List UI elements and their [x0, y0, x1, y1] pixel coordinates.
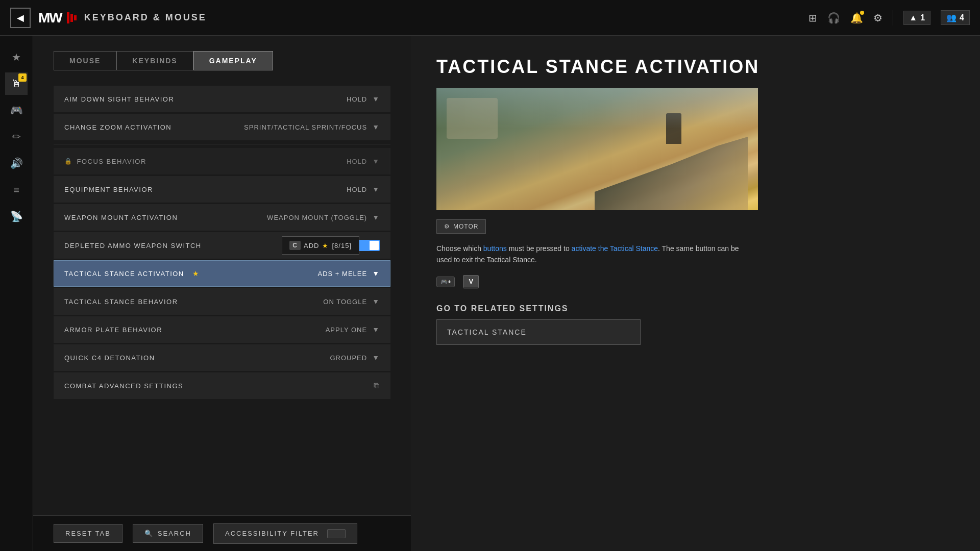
notification-wrapper: 🔔: [850, 12, 863, 24]
desc-part1: Choose which: [436, 244, 483, 253]
chevron-down-icon-mount: ▼: [372, 213, 380, 221]
detail-image-bg: [436, 88, 758, 210]
ammo-toggle[interactable]: [357, 240, 380, 251]
setting-name-weapon-mount: WEAPON MOUNT ACTIVATION: [54, 214, 257, 221]
logo-bar-2: [70, 14, 73, 22]
setting-row-tactical-behavior[interactable]: TACTICAL STANCE BEHAVIOR ON TOGGLE ▼: [54, 288, 390, 315]
setting-row-armor[interactable]: ARMOR PLATE BEHAVIOR APPLY ONE ▼: [54, 316, 390, 343]
logo-area: MW: [38, 10, 77, 26]
setting-value-zoom: SPRINT/TACTICAL SPRINT/FOCUS ▼: [234, 123, 390, 131]
left-panel: MOUSE KEYBINDS GAMEPLAY AIM DOWN SIGHT B…: [33, 36, 411, 551]
tab-keybinds[interactable]: KEYBINDS: [116, 51, 193, 70]
detail-description: Choose which buttons must be pressed to …: [436, 243, 743, 266]
setting-name-zoom: CHANGE ZOOM ACTIVATION: [54, 123, 234, 131]
chevron-down-icon-equip: ▼: [372, 185, 380, 193]
related-section-title: GO TO RELATED SETTINGS: [436, 304, 954, 313]
player-count: 1: [920, 13, 925, 22]
setting-name-tactical-behavior: TACTICAL STANCE BEHAVIOR: [54, 298, 313, 306]
gamepad-icon: 🎮: [10, 104, 23, 116]
logo-bars: [67, 12, 77, 23]
audio-button[interactable]: 🎧: [827, 12, 840, 24]
grid-button[interactable]: ⊞: [808, 12, 817, 24]
sidebar-item-audio[interactable]: 🔊: [5, 152, 28, 174]
setting-row-c4[interactable]: QUICK C4 DETONATION GROUPED ▼: [54, 344, 390, 371]
tooltip-count: [8/15]: [332, 242, 352, 249]
setting-row-combat-advanced[interactable]: COMBAT ADVANCED SETTINGS ⧉: [54, 372, 390, 399]
setting-name-ads: AIM DOWN SIGHT BEHAVIOR: [54, 95, 336, 103]
group-icon: 👥: [946, 13, 957, 22]
sidebar-item-edit[interactable]: ✏: [5, 126, 28, 148]
setting-value-weapon-mount: WEAPON MOUNT (TOGGLE) ▼: [257, 213, 390, 221]
detail-image: [436, 88, 758, 210]
accessibility-toggle[interactable]: [327, 529, 346, 538]
setting-value-ads: HOLD ▼: [336, 95, 390, 103]
tooltip-star: ★: [322, 242, 329, 249]
reset-tab-button[interactable]: RESET TAB: [54, 524, 122, 543]
setting-row-focus[interactable]: 🔒 FOCUS BEHAVIOR HOLD ▼: [54, 148, 390, 174]
sidebar-item-gamepad[interactable]: 🎮: [5, 99, 28, 121]
logo-bar-3: [74, 15, 77, 20]
search-label: SEARCH: [158, 530, 191, 537]
gear-icon: ⚙: [873, 12, 883, 24]
setting-row-ammo[interactable]: DEPLETED AMMO WEAPON SWITCH ON C Add ★ […: [54, 232, 390, 259]
key-cap-v: V: [463, 275, 479, 289]
group-badge[interactable]: 👥 4: [941, 10, 970, 25]
c-key-label: C: [289, 241, 301, 250]
setting-row-equipment[interactable]: EQUIPMENT BEHAVIOR HOLD ▼: [54, 176, 390, 203]
tooltip-add-text: Add: [304, 242, 319, 249]
setting-value-equipment: HOLD ▼: [336, 185, 390, 193]
accessibility-label: ACCESSIBILITY FILTER: [225, 530, 319, 537]
sidebar-item-menu[interactable]: ≡: [5, 179, 28, 201]
player-badge[interactable]: ▲ 1: [903, 11, 930, 25]
notification-dot: [860, 11, 864, 15]
setting-value-ammo: ON C Add ★ [8/15]: [331, 240, 390, 251]
tabs-row: MOUSE KEYBINDS GAMEPLAY: [54, 51, 390, 70]
setting-value-tactical-stance: ADS + MELEE ▼: [308, 269, 390, 278]
sidebar-item-network[interactable]: 📡: [5, 205, 28, 228]
setting-row-zoom[interactable]: CHANGE ZOOM ACTIVATION SPRINT/TACTICAL S…: [54, 114, 390, 140]
topbar: ◀ MW KEYBOARD & MOUSE ⊞ 🎧 🔔 ⚙ ▲ 1: [0, 0, 980, 36]
setting-value-focus: HOLD ▼: [336, 157, 390, 165]
search-icon: 🔍: [144, 530, 154, 537]
tab-gameplay[interactable]: GAMEPLAY: [193, 51, 273, 70]
chevron-down-icon-armor: ▼: [372, 325, 380, 334]
topbar-right: ⊞ 🎧 🔔 ⚙ ▲ 1 👥 4: [808, 10, 970, 26]
setting-row-tactical-stance[interactable]: TACTICAL STANCE ACTIVATION ★ ADS + MELEE…: [54, 260, 390, 287]
external-link-icon: ⧉: [374, 381, 380, 390]
chevron-down-icon: ▼: [372, 95, 380, 103]
group-count: 4: [960, 13, 964, 22]
related-tactical-stance-button[interactable]: TACTICAL STANCE: [436, 319, 641, 345]
setting-row-weapon-mount[interactable]: WEAPON MOUNT ACTIVATION WEAPON MOUNT (TO…: [54, 204, 390, 231]
left-sidebar: ★ 🖱 4 🎮 ✏ 🔊 ≡ 📡: [0, 36, 33, 551]
setting-value-tactical-behavior: ON TOGGLE ▼: [313, 297, 390, 306]
lock-icon: 🔒: [64, 158, 73, 165]
setting-name-tactical-stance: TACTICAL STANCE ACTIVATION ★: [54, 269, 308, 278]
menu-icon: ≡: [13, 184, 19, 196]
sidebar-item-favorites[interactable]: ★: [5, 46, 28, 68]
chevron-down-icon-focus: ▼: [372, 157, 380, 165]
key-cap-v-plus: 🎮+: [436, 277, 455, 287]
add-favorite-tooltip: C Add ★ [8/15]: [282, 236, 359, 255]
search-button[interactable]: 🔍 SEARCH: [133, 524, 203, 543]
setting-value-armor: APPLY ONE ▼: [315, 325, 390, 334]
accessibility-filter-button[interactable]: ACCESSIBILITY FILTER: [213, 523, 357, 544]
network-icon: 📡: [10, 210, 23, 222]
settings-button[interactable]: ⚙: [873, 12, 883, 24]
motor-badge: ⚙ MOTOR: [436, 219, 486, 234]
player-icon: ▲: [909, 13, 917, 22]
back-button[interactable]: ◀: [10, 8, 31, 28]
bottom-bar: RESET TAB 🔍 SEARCH ACCESSIBILITY FILTER: [33, 515, 411, 551]
setting-row-ads[interactable]: AIM DOWN SIGHT BEHAVIOR HOLD ▼: [54, 86, 390, 112]
sidebar-badge: 4: [18, 73, 27, 82]
setting-name-c4: QUICK C4 DETONATION: [54, 354, 320, 362]
main-content: MOUSE KEYBINDS GAMEPLAY AIM DOWN SIGHT B…: [33, 36, 980, 551]
chevron-down-icon-zoom: ▼: [372, 123, 380, 131]
setting-name-equipment: EQUIPMENT BEHAVIOR: [54, 186, 336, 193]
headphones-icon: 🎧: [827, 12, 840, 24]
audio-icon: 🔊: [10, 157, 23, 169]
tab-mouse[interactable]: MOUSE: [54, 51, 116, 70]
key-combo: 🎮+ V: [436, 275, 954, 289]
setting-name-armor: ARMOR PLATE BEHAVIOR: [54, 326, 315, 334]
sidebar-item-controller[interactable]: 🖱 4: [5, 72, 28, 95]
motor-label: MOTOR: [453, 223, 478, 230]
